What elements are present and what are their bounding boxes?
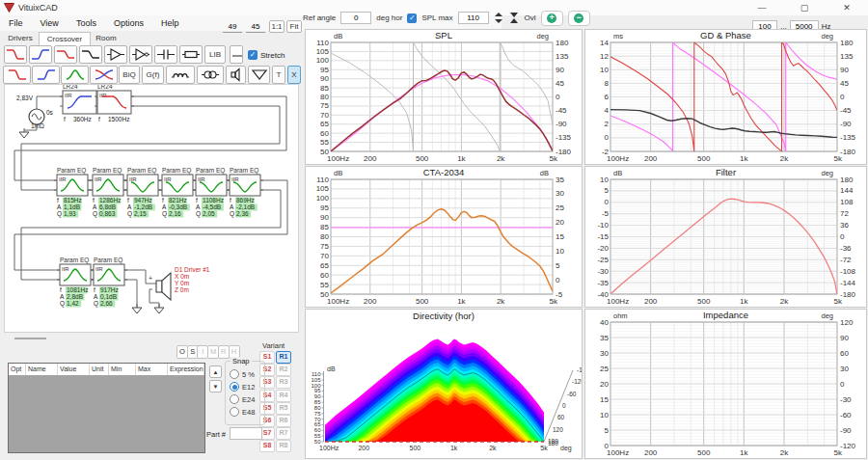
lowpass-filter-icon-button[interactable] — [4, 45, 27, 64]
remove-overlay-button[interactable]: − — [568, 11, 590, 26]
svg-text:1k: 1k — [740, 297, 748, 306]
spl-max-input[interactable] — [458, 12, 489, 24]
tab-drivers[interactable]: Drivers — [4, 32, 37, 44]
variant-r2[interactable]: R2 — [276, 364, 291, 376]
svg-text:-144: -144 — [840, 279, 856, 287]
svg-text:deg: deg — [536, 32, 549, 41]
variant-r5[interactable]: R5 — [276, 402, 291, 415]
biquad-button[interactable]: BiQ — [119, 66, 140, 84]
svg-text:947Hz: 947Hz — [134, 197, 152, 203]
polarity-invert-button[interactable] — [248, 66, 270, 84]
highpass-block-button[interactable] — [32, 66, 60, 84]
variant-r8[interactable]: R8 — [276, 440, 291, 452]
opt-mode-button-r[interactable]: R — [218, 345, 230, 359]
snap-option-5[interactable]: 5 % — [230, 369, 255, 379]
crossover-schematic[interactable]: 2,83V0s1mΩLR24IIRLR24IIRf360Hzf1500HzPar… — [4, 84, 299, 333]
svg-text:deg: deg — [821, 32, 833, 41]
svg-text:1k: 1k — [740, 448, 748, 457]
tab-crossover[interactable]: Crossover — [39, 32, 91, 46]
deg-hor-checkbox[interactable]: ✓ — [407, 14, 417, 23]
text-tool-button[interactable]: T — [272, 66, 285, 84]
row-down-button[interactable]: ▼ — [209, 380, 222, 392]
svg-text:2,36: 2,36 — [236, 210, 249, 217]
resistor-icon-button[interactable] — [179, 45, 203, 64]
svg-text:105: 105 — [316, 184, 330, 193]
highpass-filter-icon-button[interactable] — [29, 45, 52, 64]
svg-text:90: 90 — [320, 213, 329, 222]
lowshelf-filter-icon-button[interactable] — [54, 45, 77, 64]
variant-r3[interactable]: R3 — [276, 376, 291, 389]
chart-directivity-canvas: Directivity (hor)dB110105100959085807570… — [306, 310, 582, 458]
gf-block-button[interactable]: G(f) — [142, 66, 164, 84]
svg-text:-180: -180 — [840, 148, 856, 156]
spinner-up-down-icon[interactable] — [494, 12, 503, 24]
variant-r7[interactable]: R7 — [276, 427, 291, 440]
svg-text:A: A — [127, 203, 132, 210]
snap-option-E48[interactable]: E48 — [230, 407, 255, 417]
buffer-amp-icon-button[interactable] — [104, 45, 127, 64]
svg-text:Param EQ: Param EQ — [93, 167, 122, 175]
hourglass-icon[interactable] — [508, 12, 520, 24]
delete-tool-button[interactable]: X — [287, 66, 301, 84]
chart-cta2034-canvas: CTA-2034dBdB1101051009590858075706560555… — [306, 167, 582, 307]
svg-text:f: f — [93, 197, 95, 203]
inductor-button[interactable] — [166, 66, 195, 84]
svg-text:-36: -36 — [840, 244, 852, 253]
row-up-button[interactable]: ▲ — [209, 365, 222, 378]
chart-gd_phase: GD & Phasemsdeg14121086420-218013590450-… — [584, 29, 867, 165]
radio-E24[interactable] — [230, 394, 239, 404]
wire-tool-button[interactable] — [230, 45, 243, 64]
close-button[interactable]: ✕ — [826, 0, 868, 15]
variant-r4[interactable]: R4 — [276, 390, 291, 402]
svg-text:95: 95 — [320, 203, 329, 212]
svg-text:815Hz: 815Hz — [64, 197, 82, 203]
ovl-label: Ovl — [525, 14, 536, 22]
svg-text:2,15: 2,15 — [134, 210, 147, 217]
chart-directivity: Directivity (hor)dB110105100959085807570… — [305, 309, 583, 459]
maximize-button[interactable]: ▢ — [783, 0, 826, 15]
svg-text:4: 4 — [605, 106, 610, 115]
lib-button[interactable]: LIB — [204, 45, 226, 64]
svg-text:5: 5 — [605, 186, 610, 195]
svg-text:SPL: SPL — [435, 30, 452, 41]
minimize-button[interactable]: — — [741, 0, 783, 15]
svg-text:Param EQ: Param EQ — [60, 257, 89, 264]
radio-E12[interactable] — [230, 382, 239, 392]
snap-option-E24[interactable]: E24 — [230, 394, 255, 404]
table-header-expression: Expression — [168, 364, 204, 375]
radio-E48[interactable] — [230, 407, 239, 417]
ref-angle-input[interactable] — [340, 12, 371, 24]
variant-r1[interactable]: R1 — [276, 351, 291, 364]
variant-s8[interactable]: S8 — [259, 440, 275, 452]
lowpass-block-button[interactable] — [3, 66, 31, 84]
driver-block-button[interactable] — [226, 66, 246, 84]
table-header-name: Name — [26, 364, 58, 375]
crossover-block-button[interactable] — [90, 66, 118, 84]
opamp-icon-button[interactable] — [129, 45, 152, 64]
transformer-button[interactable] — [197, 66, 224, 84]
capacitor-icon-button[interactable] — [154, 45, 177, 64]
tab-room[interactable]: Room — [91, 32, 122, 44]
svg-text:1k: 1k — [457, 297, 466, 306]
svg-text:100Hz: 100Hz — [327, 297, 349, 306]
toolbar-row-1: LIB✓Stretch — [0, 45, 302, 64]
svg-text:-2,1dB: -2,1dB — [236, 203, 255, 210]
shelf-black-icon-button[interactable] — [79, 45, 102, 64]
snap-option-E12[interactable]: E12 — [230, 382, 255, 392]
stretch-checkbox[interactable]: ✓ — [248, 50, 258, 60]
tab-bar: DriversCrossoverRoom — [0, 32, 302, 44]
chart-cta2034: CTA-2034dBdB1101051009590858075706560555… — [305, 166, 583, 308]
svg-text:IIR: IIR — [129, 176, 137, 182]
part-number-input[interactable] — [230, 427, 262, 440]
variant-r6[interactable]: R6 — [276, 415, 291, 427]
svg-text:100Hz: 100Hz — [319, 445, 339, 451]
chart-impedance-canvas: Impedanceohmdeg4035302520151050120906030… — [585, 310, 866, 458]
peak-eq-block-button[interactable] — [61, 66, 89, 84]
add-overlay-button[interactable]: + — [541, 11, 563, 26]
radio-5[interactable] — [230, 369, 239, 379]
svg-text:65: 65 — [320, 261, 329, 270]
svg-text:40: 40 — [600, 318, 609, 327]
svg-text:500: 500 — [416, 297, 429, 306]
svg-text:-1,2dB: -1,2dB — [134, 203, 152, 210]
svg-text:-30: -30 — [597, 267, 609, 276]
